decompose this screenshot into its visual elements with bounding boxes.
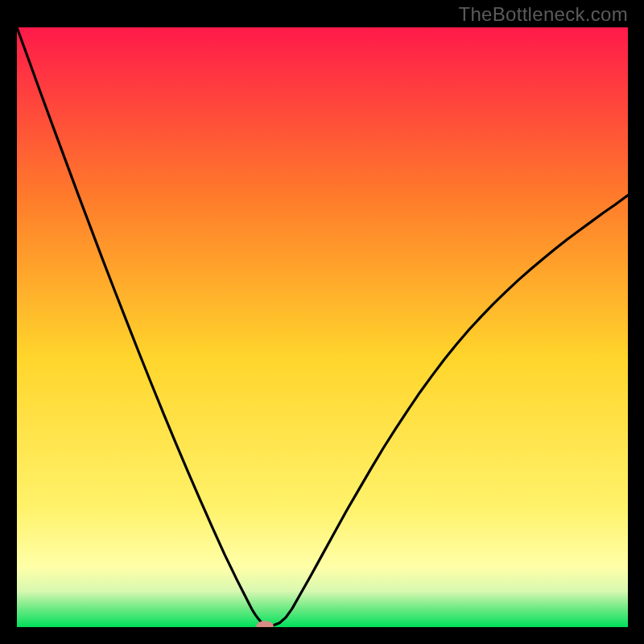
bottleneck-chart <box>17 27 628 627</box>
chart-svg <box>17 27 628 627</box>
chart-container: TheBottleneck.com <box>0 0 644 644</box>
chart-background <box>17 27 628 627</box>
watermark-text: TheBottleneck.com <box>458 3 628 26</box>
